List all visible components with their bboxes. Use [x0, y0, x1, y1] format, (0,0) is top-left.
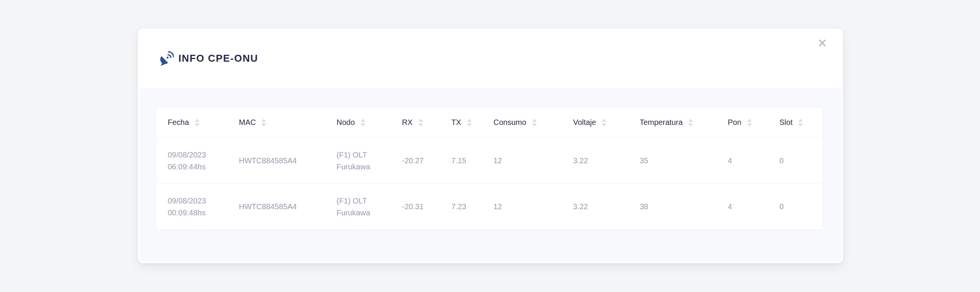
cell-tx: 7.23: [451, 184, 493, 230]
modal-title: INFO CPE-ONU: [178, 52, 258, 64]
column-header-mac[interactable]: MAC: [239, 107, 336, 138]
cell-temperatura: 38: [640, 184, 728, 230]
cell-mac: HWTC884585A4: [239, 184, 336, 230]
cell-nodo: (F1) OLT Furukawa: [336, 138, 402, 184]
cell-rx: -20.27: [402, 138, 451, 184]
cell-consumo: 12: [493, 138, 573, 184]
column-header-nodo[interactable]: Nodo: [336, 107, 402, 138]
sort-icon: [467, 119, 472, 126]
sort-icon: [798, 119, 803, 126]
page-background: { "modal": { "title": "INFO CPE-ONU" }, …: [0, 0, 980, 292]
cell-fecha: 09/08/2023 00:09:48hs: [156, 184, 239, 230]
sort-icon: [418, 119, 423, 126]
cell-temperatura: 35: [640, 138, 728, 184]
cell-rx: -20.31: [402, 184, 451, 230]
cell-fecha: 09/08/2023 06:09:44hs: [156, 138, 239, 184]
sort-icon: [361, 119, 365, 126]
modal-header: INFO CPE-ONU: [138, 28, 843, 88]
sort-icon: [747, 119, 752, 126]
sort-icon: [532, 119, 537, 126]
column-header-fecha[interactable]: Fecha: [156, 107, 239, 138]
column-header-temperatura[interactable]: Temperatura: [640, 107, 728, 138]
cell-tx: 7.15: [451, 138, 493, 184]
column-header-slot[interactable]: Slot: [779, 107, 823, 138]
sort-icon: [688, 119, 693, 126]
close-button[interactable]: [816, 37, 828, 49]
sort-icon: [195, 119, 199, 126]
table-row: 09/08/2023 06:09:44hs HWTC884585A4 (F1) …: [156, 138, 823, 184]
cell-slot: 0: [779, 184, 823, 230]
close-icon: [818, 38, 827, 48]
cpe-onu-table-card: Fecha MAC Nodo RX: [156, 107, 823, 230]
cell-nodo: (F1) OLT Furukawa: [336, 184, 402, 230]
cell-pon: 4: [728, 184, 779, 230]
table-row: 09/08/2023 00:09:48hs HWTC884585A4 (F1) …: [156, 184, 823, 230]
cell-pon: 4: [728, 138, 779, 184]
cell-voltaje: 3.22: [573, 138, 640, 184]
cell-slot: 0: [779, 138, 823, 184]
cell-voltaje: 3.22: [573, 184, 640, 230]
column-header-voltaje[interactable]: Voltaje: [573, 107, 640, 138]
column-header-consumo[interactable]: Consumo: [493, 107, 573, 138]
column-header-rx[interactable]: RX: [402, 107, 451, 138]
sort-icon: [602, 119, 606, 126]
cell-mac: HWTC884585A4: [239, 138, 336, 184]
info-cpe-onu-modal: INFO CPE-ONU Fecha: [138, 28, 843, 263]
cell-consumo: 12: [493, 184, 573, 230]
table-header-row: Fecha MAC Nodo RX: [156, 107, 823, 138]
column-header-pon[interactable]: Pon: [728, 107, 779, 138]
cpe-onu-table: Fecha MAC Nodo RX: [156, 107, 823, 230]
column-header-tx[interactable]: TX: [451, 107, 493, 138]
sort-icon: [261, 119, 266, 126]
modal-body: Fecha MAC Nodo RX: [139, 88, 842, 262]
satellite-dish-icon: [158, 50, 174, 66]
